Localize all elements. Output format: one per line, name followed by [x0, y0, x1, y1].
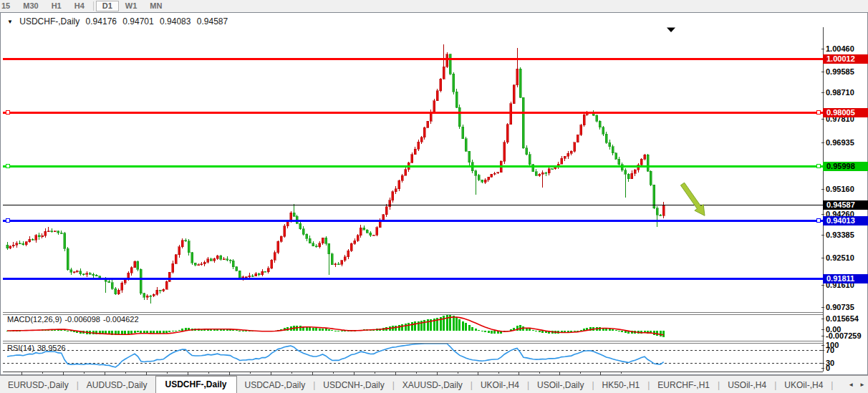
candle-body [341, 261, 343, 265]
tab-usdcnh-daily[interactable]: USDCNH-,Daily [315, 377, 392, 393]
candle-body [545, 173, 547, 173]
candle-body [54, 231, 56, 232]
candle-body [551, 169, 554, 170]
chart-shift-marker-icon[interactable] [667, 28, 675, 33]
line-handle[interactable] [816, 219, 820, 223]
candle-body [656, 208, 658, 215]
down-arrow-annotation[interactable] [680, 183, 705, 215]
timeframe-button-d1[interactable]: D1 [96, 1, 119, 11]
candle-body [175, 255, 177, 264]
candle-body [201, 264, 203, 265]
line-handle[interactable] [6, 219, 9, 223]
macd-histogram-bar [529, 329, 531, 331]
macd-histogram-bar [137, 331, 139, 332]
candle-body [420, 137, 423, 142]
candle-body [478, 175, 480, 180]
price-level-badge-0.95998: 0.95998 [823, 162, 868, 171]
tab-usdchf-daily[interactable]: USDCHF-,Daily [155, 376, 237, 393]
line-handle[interactable] [6, 165, 9, 168]
macd-histogram-bar [178, 330, 180, 331]
macd-histogram-bar [140, 331, 142, 333]
candle-body [554, 168, 556, 169]
candle-body [379, 220, 381, 227]
macd-histogram-bar [535, 331, 537, 331]
candle-body [271, 260, 273, 268]
candle-body [427, 121, 429, 127]
timeframe-toolbar: 15M30H1H4D1W1MN [0, 0, 868, 12]
macd-histogram-bar [475, 329, 477, 331]
candle-body [153, 294, 155, 296]
macd-histogram-bar [130, 331, 132, 334]
candle-body [644, 155, 646, 159]
tab-eurusd-daily[interactable]: EURUSD-,Daily [0, 377, 77, 393]
macd-histogram-bar [168, 331, 170, 332]
tab-eurchf-h1[interactable]: EURCHF-,H1 [650, 377, 718, 393]
candle-body [625, 170, 627, 174]
candle-body [264, 271, 266, 272]
tab-usdcad-daily[interactable]: USDCAD-,Daily [237, 377, 314, 393]
timeframe-button-15[interactable]: 15 [0, 1, 16, 11]
candle-body [497, 173, 499, 173]
axis-tick-mark [821, 350, 824, 351]
candle-body [156, 290, 158, 294]
toolbar-separator [93, 1, 94, 11]
timeframe-button-h1[interactable]: H1 [45, 1, 68, 11]
candle-body [163, 289, 165, 291]
candle-body [143, 293, 145, 297]
timeframe-button-h4[interactable]: H4 [68, 1, 91, 11]
candle-body [47, 231, 49, 232]
tab-scroll-left-icon[interactable]: ◄ [845, 377, 857, 393]
macd-histogram-bar [238, 331, 241, 331]
candle-body [210, 259, 212, 261]
candle-body [19, 243, 21, 244]
macd-histogram-bar [408, 323, 410, 331]
macd-tick-label: 0.015654 [826, 315, 859, 323]
candle-body [267, 268, 269, 272]
candle-body [609, 142, 611, 147]
candle-body [602, 127, 604, 135]
candle-body [577, 135, 579, 142]
macd-histogram-bar [172, 331, 174, 331]
line-handle[interactable] [816, 165, 820, 168]
tab-hk50-h1[interactable]: HK50-,H1 [594, 377, 648, 393]
candle-body [140, 269, 142, 293]
rsi-indicator-label: RSI(14)38.9526 [7, 344, 69, 352]
candle-body [277, 241, 279, 253]
macd-histogram-bar [331, 330, 333, 331]
timeframe-button-w1[interactable]: W1 [119, 1, 144, 11]
candle-body [458, 107, 460, 127]
price-level-badge-1.00012: 1.00012 [823, 54, 868, 64]
macd-histogram-bar [580, 330, 582, 331]
candle-body [583, 115, 585, 125]
symbol-menu-icon[interactable]: ▼ [7, 19, 13, 25]
tab-xauusd-daily[interactable]: XAUUSD-,Daily [395, 377, 471, 393]
candle-body [86, 273, 88, 275]
macd-histogram-bar [491, 331, 493, 334]
tab-usoil-daily[interactable]: USOil-,Daily [529, 377, 592, 393]
price-tick-label: 0.98710 [826, 89, 854, 97]
candle-body [357, 236, 359, 241]
candle-body [6, 245, 9, 248]
macd-histogram-bar [341, 331, 343, 331]
macd-histogram-bar [455, 317, 458, 331]
candle-body [284, 226, 286, 237]
candle-body [226, 259, 228, 260]
tab-audusd-daily[interactable]: AUDUSD-,Daily [79, 377, 155, 393]
macd-histogram-bar [334, 331, 337, 331]
candle-body [344, 257, 346, 261]
tab-scroll-right-icon[interactable]: ► [857, 377, 868, 393]
line-handle[interactable] [816, 111, 820, 115]
timeframe-button-m30[interactable]: M30 [16, 1, 44, 11]
tab-ukoil-h4[interactable]: UKOil-,H4 [473, 377, 527, 393]
candle-body [302, 229, 304, 234]
macd-histogram-bar [165, 331, 168, 333]
line-handle[interactable] [6, 111, 9, 115]
chart-canvas[interactable]: ▼ USDCHF-,Daily 0.94176 0.94701 0.94083 … [1, 13, 867, 374]
macd-histogram-bar [398, 325, 400, 331]
candle-body [455, 92, 458, 107]
tab-usoil-h4[interactable]: USOil-,H4 [720, 377, 774, 393]
tab-ukoil-h4[interactable]: UKOil-,H4 [776, 377, 831, 393]
timeframe-button-mn[interactable]: MN [143, 1, 168, 11]
macd-histogram-bar [337, 331, 339, 331]
candle-body [567, 153, 569, 156]
